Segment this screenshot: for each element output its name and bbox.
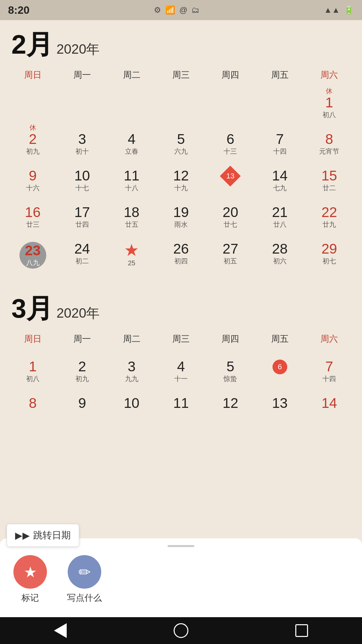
feb-day-12[interactable]: 12 十九 <box>156 158 205 195</box>
mar-day-8[interactable]: 8 <box>8 385 57 413</box>
feb-22-num: 22 <box>321 205 337 219</box>
at-icon: @ <box>179 5 187 15</box>
feb-day-24[interactable]: 24 初二 <box>57 231 107 271</box>
feb-day-11[interactable]: 11 十八 <box>107 158 156 195</box>
feb-day-13[interactable]: 13 <box>206 158 255 195</box>
feb-9-num: 9 <box>29 169 37 183</box>
mar-day-14[interactable]: 14 <box>305 385 354 413</box>
status-bar: 8:20 ⚙ 📶 @ 🗂 ▲▲ 🔋 <box>0 0 362 20</box>
day-header-tue: 周二 <box>107 66 156 84</box>
mar-12-num: 12 <box>223 396 238 410</box>
mar-day-7[interactable]: 7 十四 <box>305 349 354 385</box>
home-button[interactable] <box>171 621 191 641</box>
mar-day-1[interactable]: 1 初八 <box>8 349 57 385</box>
feb-day-19[interactable]: 19 雨水 <box>156 195 205 231</box>
feb-day-25[interactable]: ★ 25 <box>107 231 156 271</box>
feb-day-1[interactable]: 休 1 初八 <box>305 85 354 121</box>
mark-button[interactable]: ★ <box>13 555 47 589</box>
feb-4-lunar: 立春 <box>125 147 138 156</box>
mar-2-lunar: 初九 <box>75 374 89 383</box>
feb-day-18[interactable]: 18 廿五 <box>107 195 156 231</box>
feb-week2: 休 2 初九 3 初十 4 立春 5 六九 6 十三 7 十四 <box>8 121 354 158</box>
feb-day-29[interactable]: 29 初七 <box>305 231 354 271</box>
mar-11-num: 11 <box>173 396 189 410</box>
write-action[interactable]: ✏ 写点什么 <box>67 555 102 604</box>
feb-day-22[interactable]: 22 廿九 <box>305 195 354 231</box>
mar-day-5[interactable]: 5 惊蛰 <box>206 349 255 385</box>
feb-day-16[interactable]: 16 廿三 <box>8 195 57 231</box>
feb-day-5[interactable]: 5 六九 <box>156 121 205 158</box>
mar-day-2[interactable]: 2 初九 <box>57 349 107 385</box>
recents-icon <box>295 624 308 637</box>
mar-month-title: 3月 <box>11 291 53 327</box>
mar-day-11[interactable]: 11 <box>156 385 205 413</box>
mark-action[interactable]: ★ 标记 <box>13 555 47 604</box>
feb-day-8[interactable]: 8 元宵节 <box>305 121 354 158</box>
feb-3-lunar: 初十 <box>75 147 89 156</box>
mar-day-9[interactable]: 9 <box>57 385 107 413</box>
feb-day-14[interactable]: 14 七九 <box>255 158 304 195</box>
feb-day-23[interactable]: 23 八九 <box>8 231 57 271</box>
feb-day-15[interactable]: 15 廿二 <box>305 158 354 195</box>
feb-3-num: 3 <box>78 132 86 146</box>
feb-2-lunar: 初九 <box>26 147 40 156</box>
feb-day-7[interactable]: 7 十四 <box>255 121 304 158</box>
mar-day-4[interactable]: 4 十一 <box>156 349 205 385</box>
feb-empty-6 <box>255 85 304 121</box>
feb-day-3[interactable]: 3 初十 <box>57 121 107 158</box>
feb-23-lunar: 八九 <box>26 258 40 267</box>
feb-25-lunar: 25 <box>128 259 135 267</box>
feb-27-lunar: 初五 <box>224 257 237 266</box>
bottom-panel-handle[interactable] <box>168 545 194 547</box>
feb-9-lunar: 十六 <box>26 183 40 193</box>
feb-25-star: ★ <box>124 242 139 259</box>
feb-4-num: 4 <box>128 132 135 146</box>
feb-day-4[interactable]: 4 立春 <box>107 121 156 158</box>
march-header: 3月 2020年 <box>8 284 354 330</box>
feb-7-lunar: 十四 <box>273 147 287 156</box>
mar-day-12[interactable]: 12 <box>206 385 255 413</box>
mar-3-num: 3 <box>128 360 135 374</box>
feb-day-6[interactable]: 6 十三 <box>206 121 255 158</box>
feb-20-num: 20 <box>223 205 238 219</box>
feb-day-9[interactable]: 9 十六 <box>8 158 57 195</box>
feb-day-28[interactable]: 28 初六 <box>255 231 304 271</box>
status-icons: ⚙ 📶 @ 🗂 <box>154 5 199 15</box>
feb-11-lunar: 十八 <box>125 183 138 193</box>
feb-day-27[interactable]: 27 初五 <box>206 231 255 271</box>
feb-day-20[interactable]: 20 廿七 <box>206 195 255 231</box>
feb-day-2[interactable]: 休 2 初九 <box>8 121 57 158</box>
wifi-icon: 📶 <box>165 5 175 15</box>
mar-day-10[interactable]: 10 <box>107 385 156 413</box>
back-button[interactable] <box>50 621 70 641</box>
write-label: 写点什么 <box>67 592 102 604</box>
feb-14-lunar: 七九 <box>273 183 287 193</box>
feb-10-lunar: 十七 <box>75 183 89 193</box>
mar-4-num: 4 <box>177 360 185 374</box>
feb-day-17[interactable]: 17 廿四 <box>57 195 107 231</box>
feb-12-num: 12 <box>173 169 189 183</box>
mar-day-13[interactable]: 13 <box>255 385 304 413</box>
feb-20-lunar: 廿七 <box>224 220 237 229</box>
mar-8-num: 8 <box>29 396 37 410</box>
feb-5-num: 5 <box>177 132 185 146</box>
mar-day-6[interactable]: 6 <box>255 349 304 385</box>
feb-24-lunar: 初二 <box>75 257 89 266</box>
feb-15-lunar: 廿二 <box>322 183 336 193</box>
feb-14-num: 14 <box>272 169 288 183</box>
feb-week3: 9 十六 10 十七 11 十八 12 十九 13 14 七九 <box>8 158 354 195</box>
feb-day-10[interactable]: 10 十七 <box>57 158 107 195</box>
jump-date-button[interactable]: ▶▶ 跳转日期 <box>7 524 79 547</box>
recents-button[interactable] <box>292 621 312 641</box>
feb-8-lunar: 元宵节 <box>319 147 339 156</box>
navigation-bar <box>0 617 362 644</box>
mar-13-num: 13 <box>272 396 288 410</box>
today-indicator: 23 八九 <box>19 242 46 269</box>
feb-24-num: 24 <box>74 242 90 256</box>
feb-day-21[interactable]: 21 廿八 <box>255 195 304 231</box>
write-button[interactable]: ✏ <box>68 555 101 589</box>
mar-day-3[interactable]: 3 九九 <box>107 349 156 385</box>
feb-6-num: 6 <box>227 132 234 146</box>
feb-day-26[interactable]: 26 初四 <box>156 231 205 271</box>
day-header-sat: 周六 <box>305 66 354 84</box>
